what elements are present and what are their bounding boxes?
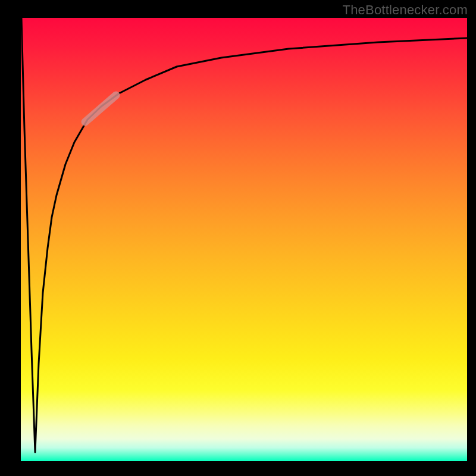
curve-svg [21, 18, 467, 461]
bottleneck-curve [21, 18, 467, 452]
highlight-segment [85, 95, 116, 122]
plot-area [21, 18, 467, 461]
watermark-text: TheBottlenecker.com [343, 2, 468, 18]
